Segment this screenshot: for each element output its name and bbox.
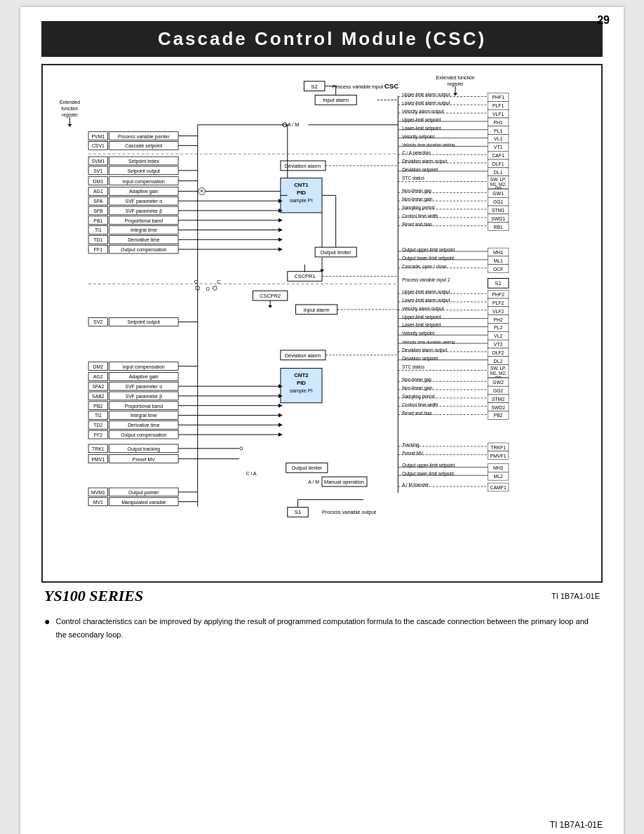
svg-text:VL2: VL2 — [494, 333, 502, 338]
bullet-icon: ● — [44, 615, 50, 641]
svg-text:A / M: A / M — [288, 121, 300, 128]
svg-text:STC status: STC status — [402, 176, 424, 180]
svg-marker-156 — [279, 237, 283, 241]
svg-text:Input alarm: Input alarm — [304, 307, 330, 313]
svg-text:S1: S1 — [295, 509, 302, 515]
svg-text:PLF2: PLF2 — [492, 300, 504, 305]
svg-text:SV1: SV1 — [93, 168, 102, 173]
svg-text:VL1: VL1 — [494, 136, 502, 141]
svg-text:GW2: GW2 — [492, 380, 504, 385]
svg-text:Deviation setpoint: Deviation setpoint — [402, 167, 438, 173]
series-title: YS100 SERIES — [44, 587, 143, 605]
svg-text:PLF1: PLF1 — [492, 103, 504, 108]
svg-text:Velocity alarm output: Velocity alarm output — [402, 306, 444, 312]
svg-marker-162 — [279, 247, 283, 251]
block-diagram: Extended function register S2 Process va… — [46, 71, 598, 576]
svg-marker-3 — [453, 93, 457, 96]
svg-text:Adaptive gain: Adaptive gain — [129, 189, 159, 194]
svg-text:Output limiter: Output limiter — [321, 249, 351, 256]
svg-text:Output upper-limit setpoint: Output upper-limit setpoint — [402, 247, 455, 253]
bottom-doc-ref: TI 1B7A1-01E — [550, 820, 603, 830]
svg-text:MV1: MV1 — [93, 500, 103, 505]
svg-text:Integral time: Integral time — [130, 413, 157, 418]
svg-text:STM1: STM1 — [492, 208, 505, 213]
svg-text:Non-linear gap: Non-linear gap — [402, 377, 431, 383]
page-number: 29 — [597, 14, 610, 27]
svg-text:PMV1: PMV1 — [91, 457, 105, 462]
svg-text:SVF parameter α: SVF parameter α — [126, 199, 163, 204]
svg-text:Adaptive gain: Adaptive gain — [129, 374, 159, 380]
svg-text:Non-linear gain: Non-linear gain — [402, 385, 433, 391]
svg-text:PID: PID — [297, 190, 306, 196]
svg-text:Sampling period: Sampling period — [402, 205, 435, 211]
svg-text:SFA2: SFA2 — [92, 384, 104, 389]
svg-text:S2: S2 — [311, 84, 318, 90]
svg-text:Output pointer: Output pointer — [128, 490, 159, 496]
svg-text:A / M: A / M — [308, 479, 319, 484]
svg-text:SWD1: SWD1 — [491, 216, 505, 221]
svg-text:ML2: ML2 — [493, 474, 503, 479]
svg-text:×: × — [200, 187, 203, 194]
svg-text:PH2: PH2 — [493, 317, 503, 322]
svg-text:Proportional band: Proportional band — [125, 404, 163, 409]
svg-text:CAF1: CAF1 — [492, 153, 504, 158]
svg-text:Upper-limit alarm output: Upper-limit alarm output — [402, 289, 450, 295]
svg-text:Output lower-limit setpoint: Output lower-limit setpoint — [402, 256, 454, 261]
svg-text:PB2: PB2 — [494, 413, 503, 418]
svg-text:FF1: FF1 — [94, 247, 102, 252]
svg-text:Output tracking: Output tracking — [128, 446, 161, 452]
svg-text:SFA: SFA — [93, 199, 102, 204]
svg-text:Extended function: Extended function — [436, 75, 475, 80]
svg-text:Sampling period: Sampling period — [402, 394, 435, 399]
svg-point-192 — [213, 286, 217, 290]
svg-text:Proportional band: Proportional band — [125, 218, 163, 224]
svg-marker-318 — [279, 432, 283, 437]
svg-text:Velocity setpoint: Velocity setpoint — [402, 134, 434, 140]
svg-marker-312 — [279, 423, 283, 427]
svg-text:Preset MV: Preset MV — [133, 457, 156, 462]
svg-text:GW1: GW1 — [492, 191, 504, 196]
svg-text:STM2: STM2 — [492, 397, 505, 402]
svg-text:PVM1: PVM1 — [91, 134, 105, 139]
svg-text:TRK1: TRK1 — [92, 446, 105, 451]
svg-text:DL1: DL1 — [494, 170, 503, 175]
svg-text:Cascade, open / close: Cascade, open / close — [402, 264, 447, 270]
svg-text:MVM1: MVM1 — [91, 490, 105, 495]
svg-text:Velocity alarm output: Velocity alarm output — [402, 109, 444, 114]
svg-text:SAB2: SAB2 — [92, 394, 105, 399]
svg-text:Setpoint index: Setpoint index — [128, 159, 159, 164]
svg-marker-136 — [279, 218, 283, 223]
svg-text:TI2: TI2 — [95, 413, 102, 418]
svg-text:DLF1: DLF1 — [492, 161, 504, 166]
svg-text:Non-linear gap: Non-linear gap — [402, 188, 431, 194]
svg-text:Upper-limit alarm output: Upper-limit alarm output — [402, 92, 450, 98]
svg-text:Upper-limit setpoint: Upper-limit setpoint — [402, 315, 441, 320]
svg-text:Manual operation: Manual operation — [324, 479, 364, 485]
svg-text:SW, LP,: SW, LP, — [490, 177, 506, 182]
svg-text:Deviation alarm output: Deviation alarm output — [402, 159, 447, 164]
svg-text:ML1: ML1 — [493, 258, 503, 263]
svg-text:Deviation alarm: Deviation alarm — [285, 163, 321, 169]
svg-text:Process variable pointer: Process variable pointer — [118, 134, 170, 140]
svg-text:VT2: VT2 — [494, 342, 503, 347]
svg-point-324 — [240, 447, 243, 450]
svg-marker-298 — [279, 413, 283, 418]
svg-text:CAMF1: CAMF1 — [490, 485, 507, 490]
svg-text:RB1: RB1 — [493, 225, 503, 230]
svg-text:O: O — [206, 286, 210, 291]
svg-text:CNT1: CNT1 — [294, 182, 309, 188]
svg-marker-196 — [268, 305, 272, 308]
svg-text:FF2: FF2 — [94, 432, 102, 437]
svg-text:VLF1: VLF1 — [492, 112, 504, 117]
svg-text:function: function — [61, 106, 78, 111]
svg-text:SFB: SFB — [93, 208, 103, 213]
svg-text:SVF parameter β: SVF parameter β — [126, 394, 163, 399]
svg-text:GG2: GG2 — [493, 388, 504, 393]
svg-text:PHF2: PHF2 — [492, 292, 504, 297]
svg-text:sample PI: sample PI — [290, 388, 313, 394]
svg-text:Lower-limit setpoint: Lower-limit setpoint — [402, 322, 441, 328]
svg-text:PL1: PL1 — [494, 128, 502, 133]
svg-text:GG1: GG1 — [493, 199, 504, 204]
svg-text:Setpoint output: Setpoint output — [128, 168, 160, 174]
svg-text:S1: S1 — [495, 280, 502, 286]
